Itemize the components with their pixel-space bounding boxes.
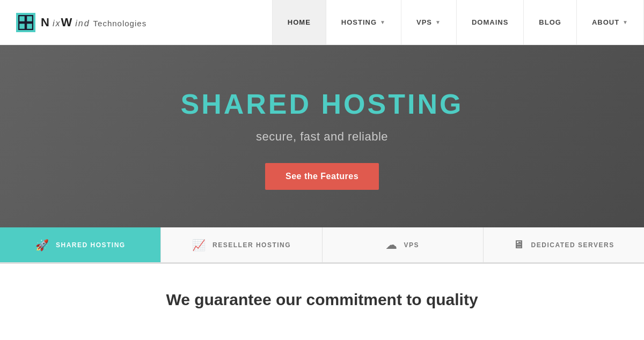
vps-dropdown-arrow: ▼ (435, 19, 441, 25)
logo-icon (16, 13, 35, 32)
hero-title: SHARED HOSTING (11, 88, 633, 120)
tab-shared-hosting[interactable]: 🚀 SHARED HOSTING (0, 227, 161, 262)
cloud-icon: ☁ (386, 239, 398, 252)
tab-dedicated-servers[interactable]: 🖥 DEDICATED SERVERS (484, 227, 644, 262)
see-features-button[interactable]: See the Features (265, 163, 379, 190)
commitment-title: We guarantee our commitment to quality (11, 291, 633, 309)
commitment-section: We guarantee our commitment to quality (0, 264, 644, 325)
hosting-dropdown-arrow: ▼ (380, 19, 386, 25)
rocket-icon: 🚀 (35, 239, 50, 252)
hero-section: SHARED HOSTING secure, fast and reliable… (0, 45, 644, 227)
nav-home[interactable]: HOME (272, 0, 326, 45)
nav-blog[interactable]: BLOG (524, 0, 577, 45)
nav-hosting[interactable]: HOSTING ▼ (326, 0, 401, 45)
header: NixWindTechnologies HOME HOSTING ▼ VPS ▼… (0, 0, 644, 45)
nav-domains[interactable]: DOMAINS (457, 0, 524, 45)
svg-rect-1 (26, 16, 33, 22)
tab-vps[interactable]: ☁ VPS (323, 227, 484, 262)
brand-name: NixWindTechnologies (41, 16, 147, 29)
tab-reseller-hosting[interactable]: 📈 RESELLER HOSTING (161, 227, 322, 262)
main-nav: HOME HOSTING ▼ VPS ▼ DOMAINS BLOG ABOUT … (272, 0, 644, 45)
nav-about[interactable]: ABOUT ▼ (577, 0, 644, 45)
server-icon: 🖥 (513, 239, 525, 251)
about-dropdown-arrow: ▼ (623, 19, 628, 25)
nav-vps[interactable]: VPS ▼ (401, 0, 457, 45)
chart-icon: 📈 (192, 239, 207, 252)
svg-rect-2 (19, 23, 25, 29)
logo-area: NixWindTechnologies (0, 13, 163, 32)
service-tabs: 🚀 SHARED HOSTING 📈 RESELLER HOSTING ☁ VP… (0, 227, 644, 264)
svg-rect-0 (19, 16, 25, 22)
hero-subtitle: secure, fast and reliable (11, 130, 633, 144)
svg-rect-3 (26, 23, 33, 29)
